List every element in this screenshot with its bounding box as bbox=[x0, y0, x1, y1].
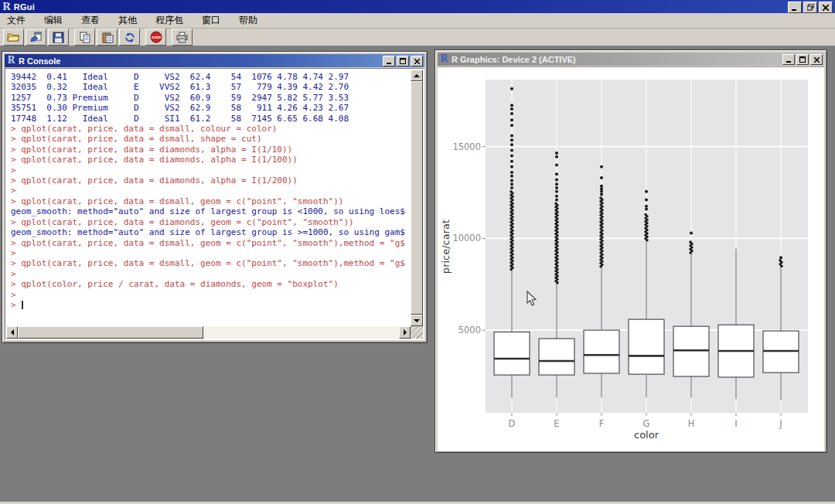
graphics-maximize-button[interactable] bbox=[796, 54, 809, 65]
r-window-icon: R bbox=[6, 56, 16, 66]
console-line: geom_smooth: method="auto" and size of l… bbox=[11, 227, 411, 237]
close-icon bbox=[814, 57, 820, 63]
console-line: > bbox=[11, 300, 411, 310]
copy-and-paste-button[interactable] bbox=[119, 29, 140, 46]
console-line: > qplot(carat, price, data = dsmall, geo… bbox=[11, 238, 411, 248]
graphics-titlebar[interactable]: R R Graphics: Device 2 (ACTIVE) bbox=[438, 53, 824, 66]
console-line: 39442 0.41 Ideal D VS2 62.4 54 1076 4.78… bbox=[11, 72, 411, 82]
copy-icon bbox=[79, 32, 91, 43]
mdi-area: R R Console 39442 0.41 Ideal D VS2 bbox=[0, 46, 835, 504]
close-icon bbox=[823, 5, 829, 11]
menu-edit[interactable]: 编辑 bbox=[35, 13, 72, 29]
scroll-right-button[interactable] bbox=[399, 326, 411, 339]
load-workspace-button[interactable] bbox=[26, 29, 46, 46]
main-titlebar[interactable]: R RGui bbox=[0, 0, 835, 13]
graphics-title: R Graphics: Device 2 (ACTIVE) bbox=[452, 55, 576, 64]
console-line: > bbox=[11, 186, 411, 196]
console-title: R Console bbox=[19, 56, 60, 66]
minimize-icon bbox=[786, 57, 792, 63]
console-line: > bbox=[11, 269, 411, 279]
scroll-left-button[interactable] bbox=[6, 326, 18, 339]
console-line: 17748 1.12 Ideal D SI1 61.2 58 7145 6.65… bbox=[11, 114, 411, 124]
r-window-icon: R bbox=[439, 54, 449, 64]
console-line: > qplot(carat, price, data = diamonds, a… bbox=[11, 155, 411, 165]
console-line: 35751 0.30 Premium D VS2 62.9 58 911 4.2… bbox=[11, 103, 411, 113]
print-button[interactable] bbox=[172, 29, 193, 46]
stop-button[interactable]: STOP bbox=[145, 29, 166, 46]
open-folder-icon bbox=[7, 32, 20, 43]
vertical-scroll-thumb[interactable] bbox=[411, 81, 423, 315]
console-line: geom_smooth: method="auto" and size of l… bbox=[11, 206, 411, 216]
graphics-minimize-button[interactable] bbox=[782, 54, 795, 65]
menu-help[interactable]: 帮助 bbox=[230, 13, 267, 29]
r-console-window: R R Console 39442 0.41 Ideal D VS2 bbox=[2, 51, 428, 343]
svg-text:15000: 15000 bbox=[452, 141, 481, 152]
stop-sign-icon: STOP bbox=[150, 31, 162, 43]
toolbar: STOP bbox=[0, 29, 835, 46]
minimize-icon bbox=[792, 5, 798, 11]
console-line: 1257 0.73 Premium D VS2 60.9 59 2947 5.8… bbox=[11, 93, 411, 103]
svg-text:10000: 10000 bbox=[452, 233, 481, 243]
close-icon bbox=[414, 59, 420, 64]
scroll-up-button[interactable] bbox=[411, 70, 423, 81]
resize-grip[interactable] bbox=[411, 326, 423, 339]
menu-windows[interactable]: 窗口 bbox=[193, 13, 230, 29]
menu-view[interactable]: 查看 bbox=[72, 13, 109, 29]
copy-button[interactable] bbox=[74, 29, 95, 46]
console-line: > qplot(carat, price, data = diamonds, a… bbox=[11, 175, 411, 186]
svg-text:E: E bbox=[554, 418, 559, 429]
console-line: > qplot(carat, price, data = dsmall, geo… bbox=[11, 196, 411, 206]
save-workspace-button[interactable] bbox=[48, 29, 69, 46]
console-close-button[interactable] bbox=[411, 56, 423, 66]
menu-bar: 文件 编辑 查看 其他 程序包 窗口 帮助 bbox=[0, 13, 835, 29]
graphics-close-button[interactable] bbox=[810, 54, 823, 65]
svg-text:F: F bbox=[599, 418, 605, 429]
open-script-button[interactable] bbox=[3, 29, 24, 46]
console-line: > qplot(carat, price, data = dsmall, sha… bbox=[11, 134, 411, 144]
minimize-icon bbox=[387, 59, 392, 64]
console-line: 32035 0.32 Ideal E VVS2 61.3 57 779 4.39… bbox=[11, 82, 411, 92]
arrow-down-icon bbox=[414, 319, 420, 322]
console-vertical-scrollbar[interactable] bbox=[411, 70, 423, 326]
restore-button[interactable] bbox=[803, 2, 817, 13]
svg-text:price/carat: price/carat bbox=[440, 220, 452, 274]
scroll-down-button[interactable] bbox=[411, 315, 423, 326]
minimize-button[interactable] bbox=[788, 2, 802, 13]
horizontal-scroll-thumb[interactable] bbox=[18, 326, 203, 339]
console-line: > qplot(carat, price, data = diamonds, g… bbox=[11, 217, 411, 227]
menu-file[interactable]: 文件 bbox=[0, 13, 35, 29]
window-title: RGui bbox=[14, 2, 35, 12]
menu-misc[interactable]: 其他 bbox=[109, 13, 146, 29]
maximize-icon bbox=[799, 56, 806, 63]
svg-text:STOP: STOP bbox=[151, 36, 161, 39]
graphics-canvas: DEFGHIJ50001000015000price/caratcolor bbox=[438, 66, 824, 451]
maximize-icon bbox=[400, 58, 406, 64]
svg-text:G: G bbox=[643, 418, 650, 429]
circular-arrows-icon bbox=[124, 32, 136, 43]
svg-text:I: I bbox=[734, 418, 737, 429]
menu-packages[interactable]: 程序包 bbox=[146, 13, 193, 29]
svg-text:5000: 5000 bbox=[458, 325, 481, 335]
paste-button[interactable] bbox=[97, 29, 118, 46]
console-line: > qplot(carat, price, data = dsmall, col… bbox=[11, 124, 411, 134]
console-output-area[interactable]: 39442 0.41 Ideal D VS2 62.4 54 1076 4.78… bbox=[6, 70, 411, 326]
console-line: > qplot(color, price / carat, data = dia… bbox=[11, 279, 411, 289]
console-titlebar[interactable]: R R Console bbox=[5, 54, 424, 67]
printer-icon bbox=[176, 32, 189, 43]
console-body: 39442 0.41 Ideal D VS2 62.4 54 1076 4.78… bbox=[5, 68, 424, 340]
arrow-left-icon bbox=[11, 329, 14, 335]
text-caret bbox=[22, 301, 23, 309]
console-minimize-button[interactable] bbox=[383, 56, 395, 66]
console-maximize-button[interactable] bbox=[397, 56, 409, 66]
console-horizontal-scrollbar[interactable] bbox=[6, 326, 411, 339]
mouse-cursor bbox=[527, 291, 537, 307]
svg-text:D: D bbox=[509, 418, 516, 429]
close-button[interactable] bbox=[819, 2, 833, 13]
console-line: > qplot(carat, price, data = diamonds, a… bbox=[11, 145, 411, 155]
svg-text:J: J bbox=[779, 418, 782, 429]
paste-icon bbox=[101, 32, 114, 43]
restore-icon bbox=[807, 4, 814, 11]
load-workspace-icon bbox=[29, 32, 43, 43]
console-line: > qplot(carat, price, data = dsmall, geo… bbox=[11, 258, 411, 268]
boxplot-chart: DEFGHIJ50001000015000price/caratcolor bbox=[438, 67, 824, 451]
